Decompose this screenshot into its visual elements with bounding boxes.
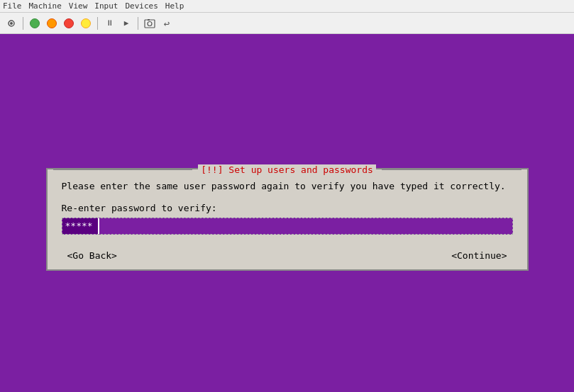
password-stars: ***** [62, 218, 98, 234]
separator-1 [23, 17, 23, 30]
snapshot-icon[interactable] [143, 16, 157, 30]
menu-file[interactable]: File [3, 1, 22, 11]
svg-rect-4 [148, 19, 150, 21]
separator-3 [138, 17, 138, 30]
menu-view[interactable]: View [69, 1, 88, 11]
menu-devices[interactable]: Devices [125, 1, 158, 11]
dialog: [!!] Set up users and passwords Please e… [46, 168, 529, 271]
dialog-buttons: <Go Back> <Continue> [62, 246, 513, 262]
dialog-message: Please enter the same user password agai… [62, 179, 513, 194]
resume-icon[interactable]: ▶ [119, 16, 133, 30]
menu-input[interactable]: Input [94, 1, 118, 11]
stop-icon[interactable] [45, 16, 59, 30]
password-cursor [98, 218, 512, 234]
dialog-title: [!!] Set up users and passwords [198, 164, 376, 175]
undo-icon[interactable]: ↩ [160, 16, 174, 30]
svg-point-1 [10, 22, 13, 25]
separator-2 [97, 17, 98, 30]
title-line-left [53, 169, 193, 170]
svg-rect-2 [145, 20, 155, 28]
svg-point-3 [148, 21, 152, 26]
toolbar: ⏸ ▶ ↩ [0, 13, 574, 34]
continue-button[interactable]: <Continue> [446, 249, 512, 262]
content-area: [!!] Set up users and passwords Please e… [0, 34, 574, 392]
dialog-label: Re-enter password to verify: [62, 203, 513, 213]
settings-icon[interactable] [4, 16, 18, 30]
go-back-button[interactable]: <Go Back> [62, 249, 123, 262]
password-field-container[interactable]: ***** [62, 218, 513, 235]
close-icon[interactable] [79, 16, 93, 30]
menu-bar: File Machine View Input Devices Help [0, 0, 574, 13]
menu-machine[interactable]: Machine [29, 1, 62, 11]
power-icon[interactable] [62, 16, 76, 30]
title-line-right [382, 169, 521, 170]
pause-icon[interactable]: ⏸ [102, 16, 116, 30]
dialog-title-bar: [!!] Set up users and passwords [48, 162, 527, 177]
menu-help[interactable]: Help [165, 1, 184, 11]
reset-icon[interactable] [28, 16, 42, 30]
dialog-body: Please enter the same user password agai… [48, 179, 527, 262]
